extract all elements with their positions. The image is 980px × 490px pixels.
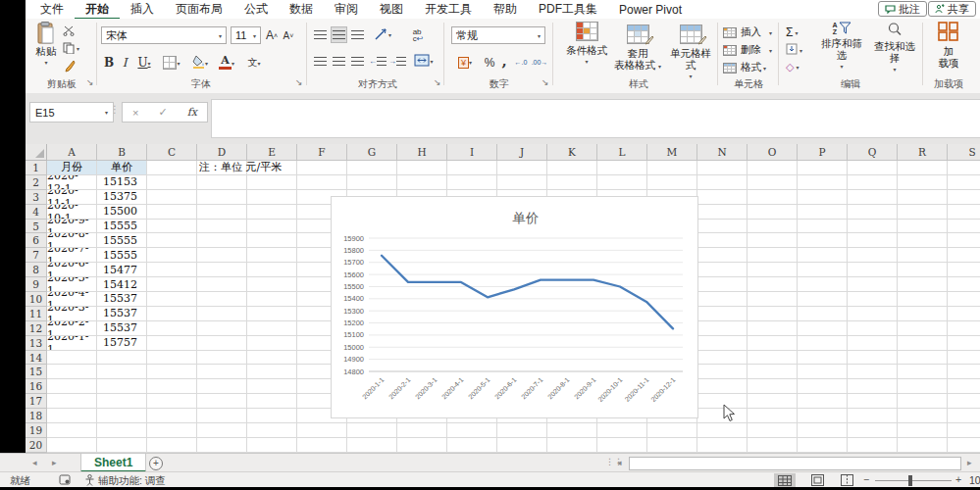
cell-D12[interactable] [197, 321, 247, 336]
cell-H1[interactable] [397, 161, 447, 175]
sort-filter-button[interactable]: AZ 排序和筛选 ▾ [816, 22, 867, 73]
column-header-N[interactable]: N [697, 144, 748, 161]
cell-N6[interactable] [697, 233, 748, 248]
cell-N8[interactable] [697, 263, 748, 277]
cell-A5[interactable]: 2020-9-1 [47, 220, 97, 234]
cell-O18[interactable] [748, 409, 798, 423]
cell-O3[interactable] [748, 190, 798, 205]
cell-Q15[interactable] [848, 365, 898, 379]
cell-O20[interactable] [748, 438, 798, 453]
italic-button[interactable]: I [119, 54, 130, 72]
cell-A10[interactable]: 2020-4-1 [47, 292, 97, 307]
cell-E12[interactable] [247, 321, 297, 336]
cell-P6[interactable] [798, 233, 848, 248]
cell-N3[interactable] [697, 190, 748, 205]
cell-E19[interactable] [247, 423, 297, 438]
ribbon-tab-6[interactable]: 审阅 [324, 0, 369, 20]
cell-E15[interactable] [247, 365, 297, 379]
row-header-10[interactable]: 10 [26, 292, 47, 307]
row-header-4[interactable]: 4 [26, 205, 47, 220]
paste-button[interactable]: 粘贴 ▾ [31, 22, 61, 69]
cell-D2[interactable] [197, 175, 247, 190]
cell-Q2[interactable] [848, 175, 898, 190]
row-header-12[interactable]: 12 [26, 321, 47, 336]
column-header-C[interactable]: C [147, 144, 197, 161]
sheet-nav-right-icon[interactable]: ▸ [52, 458, 57, 467]
cell-F20[interactable] [297, 438, 347, 453]
cell-C8[interactable] [147, 263, 197, 277]
cell-Q19[interactable] [848, 423, 898, 438]
comments-button[interactable]: 批注 [878, 1, 927, 17]
cell-C3[interactable] [147, 190, 197, 205]
cell-S20[interactable] [948, 438, 980, 453]
cell-K1[interactable] [547, 161, 597, 175]
fill-button[interactable]: ▾ [786, 43, 802, 57]
orientation-button[interactable]: ▾ [370, 26, 396, 43]
cell-Q5[interactable] [848, 220, 898, 234]
cell-M20[interactable] [647, 438, 697, 453]
horizontal-scrollbar[interactable] [629, 457, 961, 470]
cell-O16[interactable] [748, 379, 798, 394]
cell-E9[interactable] [247, 277, 297, 292]
cell-G2[interactable] [347, 175, 397, 190]
cell-R16[interactable] [898, 379, 948, 394]
row-header-11[interactable]: 11 [26, 307, 47, 321]
column-header-D[interactable]: D [197, 144, 247, 161]
cell-P12[interactable] [798, 321, 848, 336]
cell-E16[interactable] [247, 379, 297, 394]
cell-P15[interactable] [798, 365, 848, 379]
cell-O12[interactable] [748, 321, 798, 336]
accessibility-icon[interactable] [84, 474, 95, 488]
cell-P5[interactable] [798, 220, 848, 234]
row-header-13[interactable]: 13 [26, 336, 47, 351]
cell-C13[interactable] [147, 336, 197, 351]
cell-P20[interactable] [798, 438, 848, 453]
zoom-in-button[interactable]: + [955, 473, 961, 485]
cell-A6[interactable]: 2020-8-1 [47, 233, 97, 248]
cell-C18[interactable] [147, 409, 197, 423]
cell-P18[interactable] [798, 409, 848, 423]
price-chart[interactable]: 1480014900150001510015200153001540015500… [331, 196, 698, 418]
clear-button[interactable]: ◇▾ [786, 61, 799, 74]
share-button[interactable]: 共享 [928, 1, 976, 17]
cell-L19[interactable] [597, 423, 647, 438]
cell-A3[interactable]: 2020-11-1 [47, 190, 97, 205]
cell-S19[interactable] [948, 423, 980, 438]
cell-O13[interactable] [748, 336, 798, 351]
cell-D17[interactable] [197, 394, 247, 409]
ribbon-tab-1-active[interactable]: 开始 [75, 0, 120, 21]
cell-B8[interactable]: 15477 [97, 263, 147, 277]
cell-P4[interactable] [798, 205, 848, 220]
column-header-M[interactable]: M [647, 144, 697, 161]
cell-S14[interactable] [948, 351, 980, 366]
cell-E7[interactable] [247, 248, 297, 263]
cell-R18[interactable] [898, 409, 948, 423]
cell-B1[interactable]: 单价 [97, 161, 147, 175]
cell-A1[interactable]: 月份 [47, 161, 97, 175]
cell-C20[interactable] [147, 438, 197, 453]
cell-S15[interactable] [948, 365, 980, 379]
cell-K2[interactable] [547, 175, 597, 190]
cell-O2[interactable] [748, 175, 798, 190]
cell-M1[interactable] [647, 161, 697, 175]
cell-S10[interactable] [948, 292, 980, 307]
cell-D6[interactable] [197, 233, 247, 248]
cell-P17[interactable] [798, 394, 848, 409]
ribbon-tab-11[interactable]: Power Pivot [608, 1, 693, 19]
cell-M2[interactable] [647, 175, 697, 190]
align-center-button[interactable] [331, 53, 347, 70]
align-bottom-button[interactable] [349, 26, 366, 43]
cell-F19[interactable] [297, 423, 347, 438]
cell-D19[interactable] [197, 423, 247, 438]
cell-B20[interactable] [97, 438, 147, 453]
sheet-tab-sheet1[interactable]: Sheet1 [80, 454, 146, 472]
cell-B7[interactable]: 15555 [97, 248, 147, 263]
hscroll-left-icon[interactable]: ◂ [617, 458, 622, 467]
cell-D16[interactable] [197, 379, 247, 394]
align-middle-button[interactable] [331, 26, 347, 43]
zoom-level[interactable]: 100% [969, 474, 980, 486]
cell-N5[interactable] [697, 220, 748, 234]
row-header-2[interactable]: 2 [26, 175, 47, 190]
font-color-button[interactable]: A▾ [215, 54, 238, 72]
cell-D10[interactable] [197, 292, 247, 307]
